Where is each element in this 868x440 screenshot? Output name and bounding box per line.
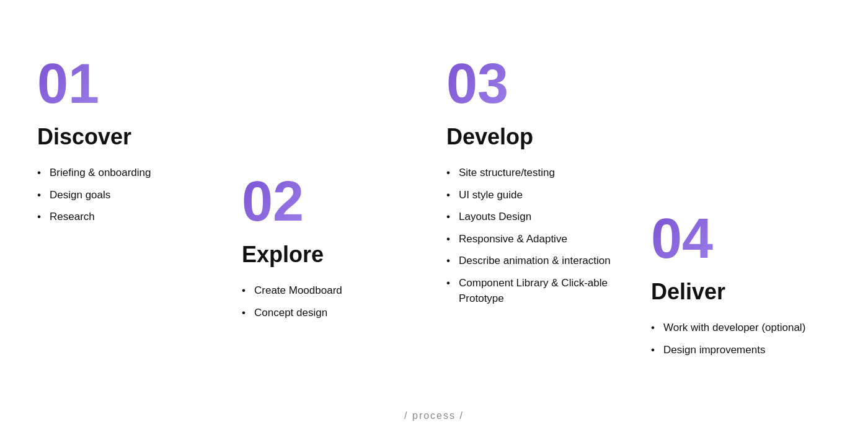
list-item: Component Library & Click-able Prototype — [446, 275, 626, 307]
step-1-number: 01 — [37, 56, 217, 112]
page-container: 01DiscoverBriefing & onboardingDesign go… — [0, 0, 868, 413]
step-1-list: Briefing & onboardingDesign goalsResearc… — [37, 165, 217, 225]
list-item: Site structure/testing — [446, 165, 626, 181]
step-4-list: Work with developer (optional)Design imp… — [651, 320, 831, 358]
step-4-title: Deliver — [651, 279, 831, 305]
list-item: Concept design — [242, 305, 422, 321]
step-3: 03DevelopSite structure/testingUI style … — [434, 37, 639, 313]
step-4-number: 04 — [651, 211, 831, 266]
step-2-title: Explore — [242, 242, 422, 268]
step-2-number: 02 — [242, 174, 422, 229]
list-item: Describe animation & interaction — [446, 253, 626, 269]
step-3-list: Site structure/testingUI style guideLayo… — [446, 165, 626, 307]
list-item: UI style guide — [446, 187, 626, 203]
list-item: Research — [37, 209, 217, 225]
step-2-list: Create MoodboardConcept design — [242, 283, 422, 320]
list-item: Briefing & onboarding — [37, 165, 217, 181]
list-item: Layouts Design — [446, 209, 626, 225]
step-1: 01DiscoverBriefing & onboardingDesign go… — [25, 37, 229, 231]
list-item: Work with developer (optional) — [651, 320, 831, 336]
footer-label: / process / — [404, 410, 464, 421]
step-3-number: 03 — [446, 56, 626, 112]
step-1-title: Discover — [37, 124, 217, 150]
step-3-title: Develop — [446, 124, 626, 150]
list-item: Design goals — [37, 187, 217, 203]
list-item: Create Moodboard — [242, 283, 422, 299]
step-2: 02ExploreCreate MoodboardConcept design — [229, 37, 434, 327]
step-4: 04DeliverWork with developer (optional)D… — [639, 37, 843, 364]
list-item: Design improvements — [651, 342, 831, 358]
list-item: Responsive & Adaptive — [446, 231, 626, 247]
